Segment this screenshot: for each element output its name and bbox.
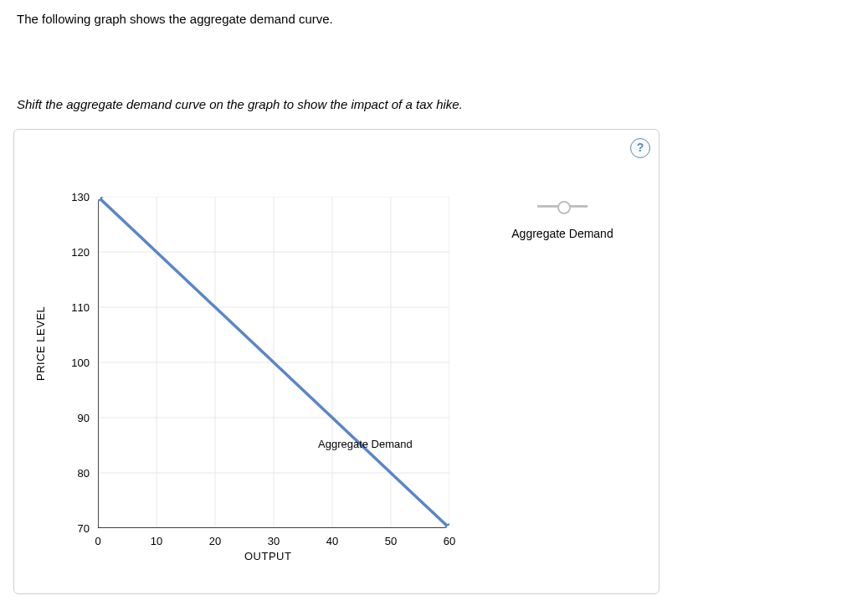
legend: Aggregate Demand — [491, 200, 634, 240]
y-axis-label: PRICE LEVEL — [34, 306, 47, 381]
y-tick-label: 110 — [64, 301, 90, 314]
x-tick-label: 20 — [203, 535, 228, 547]
chart-panel: ? PRICE LEVEL OUTPUT — [13, 129, 659, 594]
chart: PRICE LEVEL OUTPUT — [39, 188, 642, 582]
intro-text: The following graph shows the aggregate … — [17, 12, 333, 26]
instruction-text: Shift the aggregate demand curve on the … — [17, 97, 463, 111]
x-tick-label: 60 — [437, 535, 462, 547]
help-icon: ? — [637, 141, 644, 154]
y-tick-label: 120 — [64, 246, 90, 259]
legend-marker-icon[interactable] — [537, 200, 588, 212]
y-tick-label: 80 — [64, 467, 90, 480]
help-button[interactable]: ? — [630, 138, 650, 158]
y-tick-label: 130 — [64, 191, 90, 203]
curve-endpoint-bottom[interactable] — [446, 525, 450, 529]
y-tick-label: 70 — [64, 522, 90, 535]
x-tick-label: 30 — [261, 535, 286, 547]
x-axis-label: OUTPUT — [244, 550, 291, 562]
x-tick-label: 40 — [320, 535, 345, 547]
x-tick-label: 10 — [144, 535, 169, 547]
curve-endpoint-top[interactable] — [98, 197, 102, 201]
x-tick-label: 50 — [378, 535, 403, 547]
x-tick-label: 0 — [85, 535, 110, 547]
y-tick-label: 90 — [64, 412, 90, 424]
plot-area[interactable]: 130 120 110 100 90 80 70 0 10 20 30 40 5… — [98, 197, 449, 528]
plot-svg — [98, 197, 449, 528]
legend-entry: Aggregate Demand — [491, 227, 634, 240]
y-tick-label: 100 — [64, 357, 90, 369]
